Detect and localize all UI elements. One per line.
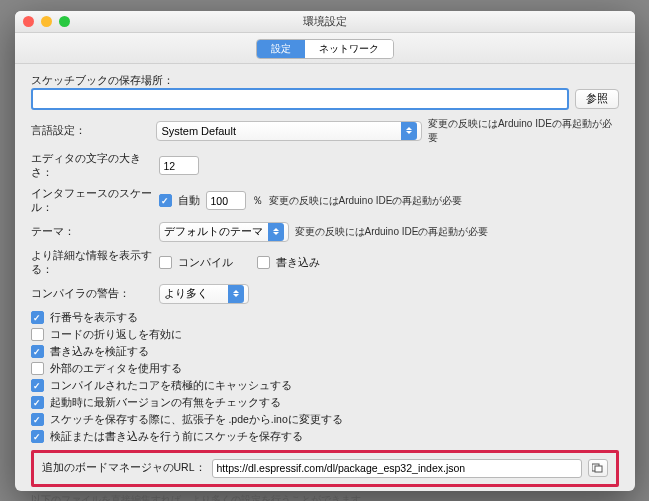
check-updates-checkbox[interactable] (31, 396, 44, 409)
scale-pct: ％ (252, 194, 263, 208)
theme-label: テーマ： (31, 225, 153, 239)
titlebar: 環境設定 (15, 11, 635, 33)
chevron-updown-icon (268, 223, 284, 241)
verify-upload-label: 書き込みを検証する (50, 345, 149, 359)
check-updates-label: 起動時に最新バージョンの有無をチェックする (50, 396, 281, 410)
external-editor-label: 外部のエディタを使用する (50, 362, 182, 376)
board-url-label: 追加のボードマネージャのURL： (42, 461, 206, 475)
verbose-upload-label: 書き込み (276, 256, 320, 270)
fontsize-label: エディタの文字の大きさ： (31, 152, 153, 180)
language-note: 変更の反映にはArduino IDEの再起動が必要 (428, 117, 619, 145)
tab-bar: 設定 ネットワーク (15, 33, 635, 64)
minimize-icon[interactable] (41, 16, 52, 27)
scale-input[interactable] (206, 191, 246, 210)
board-url-input[interactable] (212, 459, 582, 478)
tab-network[interactable]: ネットワーク (305, 40, 393, 58)
language-label: 言語設定： (31, 124, 151, 138)
scale-label: インタフェースのスケール： (31, 187, 153, 215)
cache-core-label: コンパイルされたコアを積極的にキャッシュする (50, 379, 292, 393)
window-icon (592, 463, 603, 473)
verbose-compile-label: コンパイル (178, 256, 233, 270)
code-folding-label: コードの折り返しを有効に (50, 328, 182, 342)
tab-settings[interactable]: 設定 (257, 40, 305, 58)
scale-note: 変更の反映にはArduino IDEの再起動が必要 (269, 194, 463, 208)
window-controls (23, 16, 70, 27)
cache-core-checkbox[interactable] (31, 379, 44, 392)
save-before-verify-label: 検証または書き込みを行う前にスケッチを保存する (50, 430, 303, 444)
scale-auto-label: 自動 (178, 194, 200, 208)
warnings-select[interactable]: より多く (159, 284, 249, 304)
scale-auto-checkbox[interactable] (159, 194, 172, 207)
verify-upload-checkbox[interactable] (31, 345, 44, 358)
zoom-icon[interactable] (59, 16, 70, 27)
edit-file-hint: 以下のファイルを直接編集すれば、より多くの設定を行うことができます。 (31, 493, 619, 502)
browse-button[interactable]: 参照 (575, 89, 619, 109)
pde-ino-checkbox[interactable] (31, 413, 44, 426)
pde-ino-label: スケッチを保存する際に、拡張子を .pdeから.inoに変更する (50, 413, 343, 427)
sketchbook-label: スケッチブックの保存場所： (31, 74, 619, 88)
close-icon[interactable] (23, 16, 34, 27)
window-title: 環境設定 (303, 14, 347, 29)
line-numbers-label: 行番号を表示する (50, 311, 138, 325)
chevron-updown-icon (401, 122, 417, 140)
verbose-upload-checkbox[interactable] (257, 256, 270, 269)
fontsize-input[interactable] (159, 156, 199, 175)
options-list: 行番号を表示する コードの折り返しを有効に 書き込みを検証する 外部のエディタを… (31, 311, 619, 444)
verbose-label: より詳細な情報を表示する： (31, 249, 153, 277)
preferences-window: 環境設定 設定 ネットワーク スケッチブックの保存場所： 参照 言語設定： Sy… (15, 11, 635, 491)
line-numbers-checkbox[interactable] (31, 311, 44, 324)
chevron-updown-icon (228, 285, 244, 303)
code-folding-checkbox[interactable] (31, 328, 44, 341)
sketchbook-path-input[interactable] (31, 88, 569, 110)
external-editor-checkbox[interactable] (31, 362, 44, 375)
theme-note: 変更の反映にはArduino IDEの再起動が必要 (295, 225, 489, 239)
board-url-highlight: 追加のボードマネージャのURL： (31, 450, 619, 487)
warnings-label: コンパイラの警告： (31, 287, 153, 301)
expand-urls-button[interactable] (588, 459, 608, 477)
verbose-compile-checkbox[interactable] (159, 256, 172, 269)
save-before-verify-checkbox[interactable] (31, 430, 44, 443)
language-select[interactable]: System Default (156, 121, 422, 141)
svg-rect-1 (595, 466, 602, 472)
theme-select[interactable]: デフォルトのテーマ (159, 222, 289, 242)
